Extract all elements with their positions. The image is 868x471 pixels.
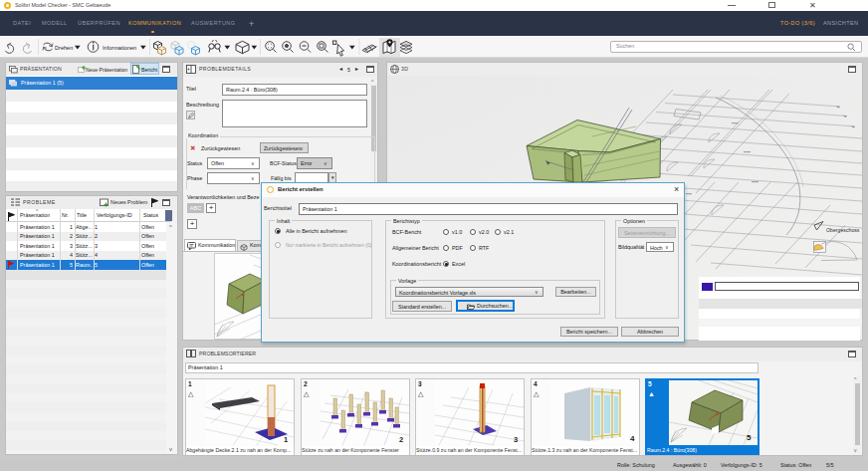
svg-text:Drehen: Drehen [55, 45, 73, 51]
svg-text:3: 3 [514, 435, 518, 444]
svg-text:Obergeschoss: Obergeschoss [826, 227, 860, 233]
svg-text:2: 2 [399, 435, 403, 444]
svg-text:Informationen: Informationen [103, 45, 136, 51]
svg-text:1: 1 [284, 435, 288, 444]
svg-text:4: 4 [630, 434, 635, 443]
svg-text:5: 5 [747, 433, 752, 442]
